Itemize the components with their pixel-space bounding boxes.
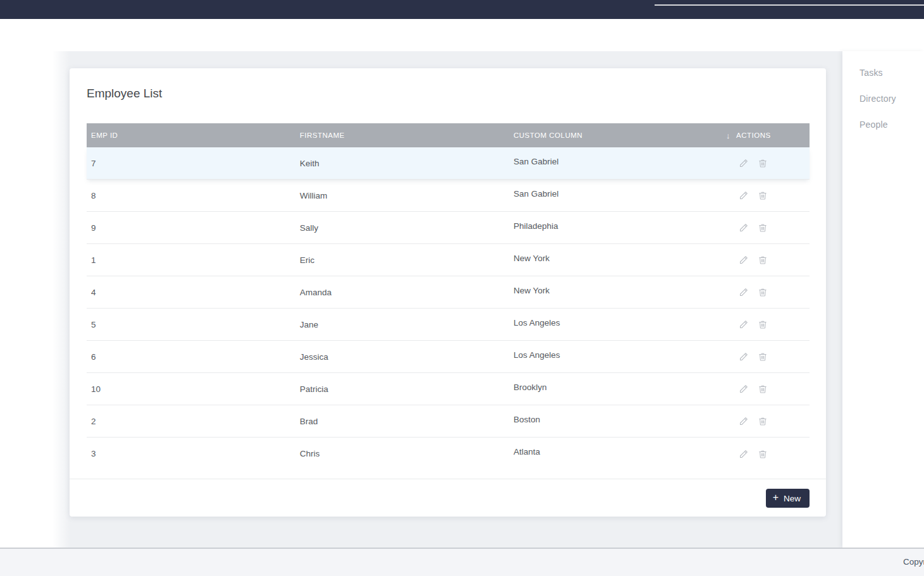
cell-custom-column: San Gabriel xyxy=(514,191,726,200)
cell-actions xyxy=(726,223,810,233)
trash-icon xyxy=(758,255,768,265)
delete-button[interactable] xyxy=(757,190,768,201)
sort-descending-icon[interactable]: ↓ xyxy=(726,131,730,140)
plus-icon: + xyxy=(773,492,779,503)
cell-custom-column-value: Philadephia xyxy=(514,221,558,231)
page-title: Employee List xyxy=(87,87,162,101)
delete-button[interactable] xyxy=(757,384,768,395)
cell-custom-column: Brooklyn xyxy=(514,384,726,394)
cell-firstname: Eric xyxy=(300,255,514,265)
cell-firstname: Keith xyxy=(300,159,514,168)
sidebar-item-tasks[interactable]: Tasks xyxy=(842,60,924,86)
cell-custom-column: New York xyxy=(514,255,726,265)
column-header-custom-column[interactable]: CUSTOM COLUMN xyxy=(514,132,726,139)
cell-emp-id: 2 xyxy=(87,417,300,426)
column-header-firstname[interactable]: FIRSTNAME xyxy=(300,132,514,139)
sidebar-item-directory[interactable]: Directory xyxy=(842,86,924,112)
cell-firstname: Patricia xyxy=(300,384,514,394)
cell-custom-column: Los Angeles xyxy=(514,352,726,362)
page-footer: Copyr xyxy=(0,548,924,576)
pencil-icon xyxy=(739,158,749,168)
column-header-actions[interactable]: ↓ ACTIONS xyxy=(726,131,810,140)
edit-button[interactable] xyxy=(738,319,749,330)
table-row[interactable]: 1 Eric New York xyxy=(87,244,810,276)
delete-button[interactable] xyxy=(757,287,768,298)
trash-icon xyxy=(758,384,768,394)
delete-button[interactable] xyxy=(757,158,768,169)
cell-firstname: Jessica xyxy=(300,352,514,362)
cell-firstname: Chris xyxy=(300,449,514,458)
cell-custom-column: Los Angeles xyxy=(514,320,726,329)
cell-custom-column-value: New York xyxy=(514,254,550,263)
edit-button[interactable] xyxy=(738,158,749,169)
cell-custom-column: Boston xyxy=(514,417,726,426)
delete-button[interactable] xyxy=(757,255,768,266)
cell-custom-column-value: San Gabriel xyxy=(514,189,558,199)
trash-icon xyxy=(758,190,768,200)
pencil-icon xyxy=(739,255,749,265)
table-row[interactable]: 3 Chris Atlanta xyxy=(87,438,810,470)
table-row[interactable]: 8 William San Gabriel xyxy=(87,180,810,212)
column-header-emp-id[interactable]: EMP ID xyxy=(87,132,300,139)
cell-actions xyxy=(726,319,810,330)
delete-button[interactable] xyxy=(757,352,768,362)
sidebar-item-people[interactable]: People xyxy=(842,112,924,138)
delete-button[interactable] xyxy=(757,223,768,233)
cell-actions xyxy=(726,255,810,266)
cell-actions xyxy=(726,190,810,201)
edit-button[interactable] xyxy=(738,416,749,427)
cell-actions xyxy=(726,448,810,459)
table-row[interactable]: 7 Keith San Gabriel xyxy=(87,147,810,180)
pencil-icon xyxy=(739,190,749,200)
edit-button[interactable] xyxy=(738,287,749,298)
employee-list-card: Employee List EMP ID FIRSTNAME CUSTOM CO… xyxy=(70,68,826,517)
edit-button[interactable] xyxy=(738,352,749,362)
trash-icon xyxy=(758,449,768,459)
cell-firstname: Jane xyxy=(300,320,514,329)
cell-custom-column-value: Boston xyxy=(514,415,540,424)
trash-icon xyxy=(758,287,768,297)
table-row[interactable]: 6 Jessica Los Angeles xyxy=(87,341,810,373)
cell-custom-column-value: San Gabriel xyxy=(514,157,558,166)
cell-firstname: Amanda xyxy=(300,288,514,297)
table-row[interactable]: 10 Patricia Brooklyn xyxy=(87,373,810,405)
cell-firstname: William xyxy=(300,191,514,200)
cell-custom-column-value: Los Angeles xyxy=(514,350,560,360)
cell-emp-id: 6 xyxy=(87,352,300,362)
edit-button[interactable] xyxy=(738,255,749,266)
navbar-highlight-line xyxy=(655,4,924,6)
edit-button[interactable] xyxy=(738,190,749,201)
cell-custom-column-value: Atlanta xyxy=(514,447,540,457)
edit-button[interactable] xyxy=(738,384,749,395)
cell-custom-column-value: Los Angeles xyxy=(514,318,560,328)
pencil-icon xyxy=(739,352,749,362)
pencil-icon xyxy=(739,223,749,233)
edit-button[interactable] xyxy=(738,223,749,233)
edit-button[interactable] xyxy=(738,448,749,459)
trash-icon xyxy=(758,352,768,362)
cell-emp-id: 7 xyxy=(87,159,300,168)
cell-emp-id: 1 xyxy=(87,255,300,265)
cell-firstname: Brad xyxy=(300,417,514,426)
new-button[interactable]: + New xyxy=(766,489,810,508)
cell-custom-column: San Gabriel xyxy=(514,159,726,168)
copyright-text: Copyr xyxy=(903,557,924,567)
table-row[interactable]: 9 Sally Philadephia xyxy=(87,212,810,244)
trash-icon xyxy=(758,223,768,233)
cell-custom-column-value: New York xyxy=(514,286,550,295)
delete-button[interactable] xyxy=(757,416,768,427)
table-row[interactable]: 2 Brad Boston xyxy=(87,405,810,438)
card-footer: + New xyxy=(70,479,826,517)
pencil-icon xyxy=(739,384,749,394)
cell-custom-column: Atlanta xyxy=(514,449,726,458)
pencil-icon xyxy=(739,416,749,426)
delete-button[interactable] xyxy=(757,448,768,459)
column-header-actions-label: ACTIONS xyxy=(736,132,771,139)
cell-actions xyxy=(726,416,810,427)
table-row[interactable]: 5 Jane Los Angeles xyxy=(87,309,810,341)
delete-button[interactable] xyxy=(757,319,768,330)
trash-icon xyxy=(758,416,768,426)
cell-custom-column: Philadephia xyxy=(514,223,726,233)
cell-actions xyxy=(726,158,810,169)
table-row[interactable]: 4 Amanda New York xyxy=(87,276,810,309)
